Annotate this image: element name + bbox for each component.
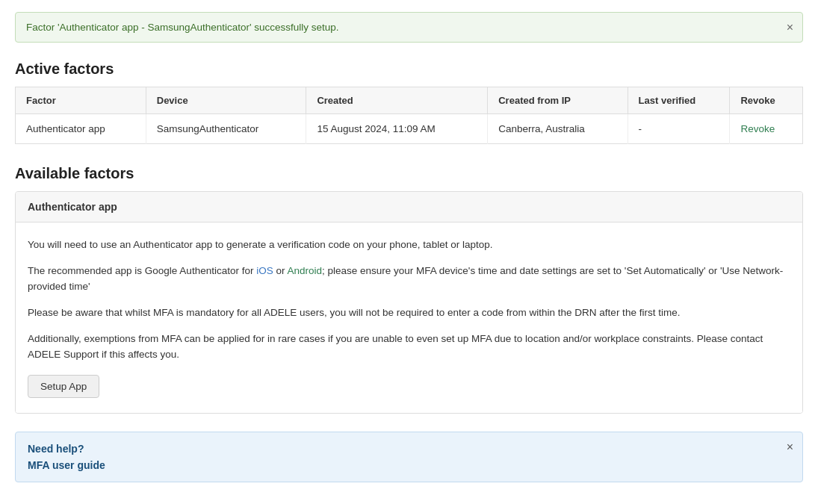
revoke-link[interactable]: Revoke bbox=[740, 123, 775, 134]
para2-prefix: The recommended app is Google Authentica… bbox=[28, 265, 256, 276]
cell-device: SamsungAuthenticator bbox=[146, 114, 306, 144]
col-header-revoke: Revoke bbox=[730, 87, 803, 114]
col-header-device: Device bbox=[146, 87, 306, 114]
active-factors-table: Factor Device Created Created from IP La… bbox=[15, 87, 803, 144]
card-body: You will need to use an Authenticator ap… bbox=[16, 223, 802, 413]
col-header-created: Created bbox=[306, 87, 488, 114]
cell-created: 15 August 2024, 11:09 AM bbox=[306, 114, 488, 144]
android-link[interactable]: Android bbox=[287, 265, 322, 276]
col-header-created-from-ip: Created from IP bbox=[488, 87, 628, 114]
card-para-3: Please be aware that whilst MFA is manda… bbox=[28, 305, 790, 321]
cell-created-from-ip: Canberra, Australia bbox=[488, 114, 628, 144]
active-factors-title: Active factors bbox=[15, 60, 803, 78]
setup-app-button[interactable]: Setup App bbox=[28, 375, 99, 398]
cell-last-verified: - bbox=[628, 114, 730, 144]
success-banner: Factor 'Authenticator app - SamsungAuthe… bbox=[15, 12, 803, 43]
success-message: Factor 'Authenticator app - SamsungAuthe… bbox=[26, 22, 339, 33]
cell-revoke[interactable]: Revoke bbox=[730, 114, 803, 144]
card-para-2: The recommended app is Google Authentica… bbox=[28, 264, 790, 295]
help-box: × Need help? MFA user guide bbox=[15, 432, 803, 482]
help-box-close-button[interactable]: × bbox=[787, 441, 793, 453]
col-header-last-verified: Last verified bbox=[628, 87, 730, 114]
table-row: Authenticator app SamsungAuthenticator 1… bbox=[16, 114, 803, 144]
banner-close-button[interactable]: × bbox=[787, 22, 793, 34]
mfa-user-guide-link[interactable]: MFA user guide bbox=[28, 459, 105, 471]
help-box-title: Need help? bbox=[28, 443, 772, 455]
card-para-4: Additionally, exemptions from MFA can be… bbox=[28, 332, 790, 363]
ios-link[interactable]: iOS bbox=[256, 265, 273, 276]
card-header: Authenticator app bbox=[16, 192, 802, 223]
available-factors-title: Available factors bbox=[15, 165, 803, 182]
para2-or: or bbox=[273, 265, 288, 276]
table-header-row: Factor Device Created Created from IP La… bbox=[16, 87, 803, 114]
col-header-factor: Factor bbox=[16, 87, 146, 114]
cell-factor: Authenticator app bbox=[16, 114, 146, 144]
card-para-1: You will need to use an Authenticator ap… bbox=[28, 237, 790, 253]
authenticator-app-card: Authenticator app You will need to use a… bbox=[15, 191, 803, 414]
